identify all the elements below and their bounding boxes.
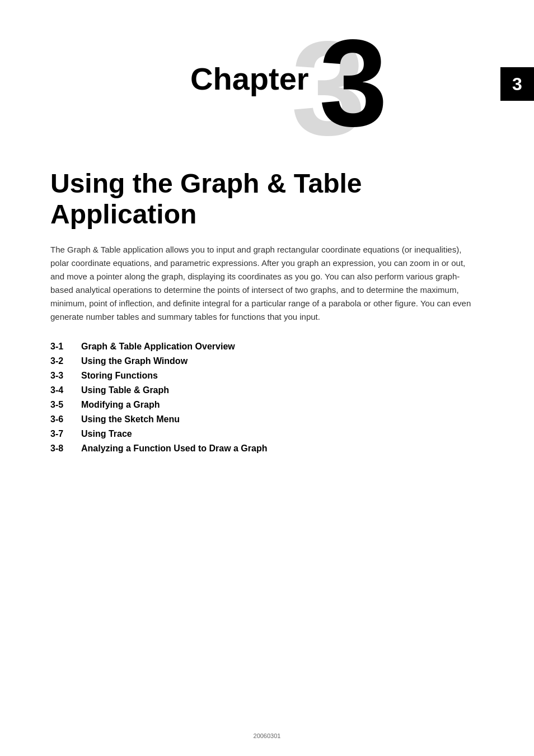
toc-label: Using Trace [81, 429, 132, 439]
svg-text:Chapter: Chapter [190, 61, 309, 96]
list-item: 3-2 Using the Graph Window [50, 356, 478, 366]
toc-label: Analyzing a Function Used to Draw a Grap… [81, 444, 267, 454]
content-area: Using the Graph & Table Application The … [0, 157, 534, 480]
toc-number: 3-5 [50, 400, 81, 410]
toc-number: 3-7 [50, 429, 81, 439]
page: 3 3 Chapter 3 Using the Graph & Table Ap… [0, 0, 534, 756]
toc-number: 3-1 [50, 342, 81, 352]
toc-number: 3-4 [50, 385, 81, 395]
table-of-contents: 3-1 Graph & Table Application Overview 3… [50, 342, 478, 454]
footer-text: 20060301 [254, 732, 281, 739]
chapter-description: The Graph & Table application allows you… [50, 243, 478, 324]
list-item: 3-4 Using Table & Graph [50, 385, 478, 395]
list-item: 3-7 Using Trace [50, 429, 478, 439]
svg-text:3: 3 [319, 15, 387, 152]
toc-number: 3-3 [50, 371, 81, 381]
toc-label: Using the Graph Window [81, 356, 188, 366]
toc-number: 3-2 [50, 356, 81, 366]
list-item: 3-5 Modifying a Graph [50, 400, 478, 410]
list-item: 3-1 Graph & Table Application Overview [50, 342, 478, 352]
chapter-tab: 3 [500, 67, 534, 101]
page-footer: 20060301 [0, 732, 534, 739]
toc-label: Storing Functions [81, 371, 158, 381]
title-line2: Application [50, 199, 196, 229]
list-item: 3-6 Using the Sketch Menu [50, 414, 478, 424]
page-title: Using the Graph & Table Application [50, 168, 478, 230]
toc-label: Modifying a Graph [81, 400, 160, 410]
toc-label: Using Table & Graph [81, 385, 169, 395]
title-line1: Using the Graph & Table [50, 169, 362, 198]
list-item: 3-8 Analyzing a Function Used to Draw a … [50, 444, 478, 454]
toc-label: Using the Sketch Menu [81, 414, 180, 424]
chapter-graphic-svg: 3 3 Chapter [0, 0, 534, 157]
toc-label: Graph & Table Application Overview [81, 342, 235, 352]
toc-number: 3-8 [50, 444, 81, 454]
chapter-header: 3 3 Chapter 3 [0, 0, 534, 157]
chapter-tab-number: 3 [512, 74, 522, 95]
toc-number: 3-6 [50, 414, 81, 424]
list-item: 3-3 Storing Functions [50, 371, 478, 381]
